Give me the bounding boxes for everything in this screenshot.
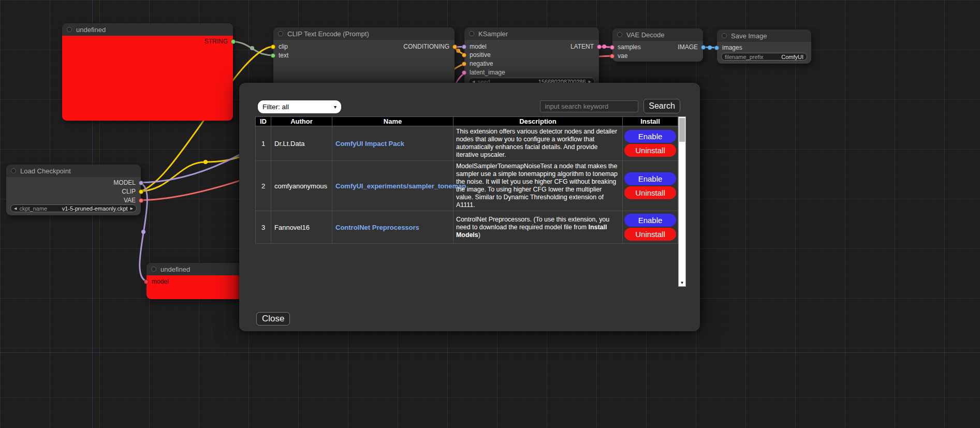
uninstall-button[interactable]: Uninstall — [624, 228, 676, 241]
input-port-text[interactable] — [271, 53, 275, 58]
extensions-table-wrap: ID Author Name Description Install 1Dr.L… — [255, 116, 686, 287]
filter-select[interactable]: Filter: all ▾ — [258, 100, 341, 113]
input-port-vae[interactable] — [610, 54, 615, 58]
input-port-positive[interactable] — [462, 53, 466, 57]
output-port-vae[interactable] — [139, 198, 143, 203]
scrollbar-down-arrow-icon[interactable]: ▼ — [679, 281, 685, 286]
enable-button[interactable]: Enable — [624, 214, 676, 227]
extension-row: 3Fannovel16ControlNet PreprocessorsContr… — [256, 211, 678, 244]
extension-author: comfyanonymous — [271, 161, 332, 211]
node-collapse-dot[interactable] — [617, 32, 622, 37]
extension-row: 1Dr.Lt.DataComfyUI Impact PackThis exten… — [256, 126, 678, 161]
node-save-image[interactable]: Save Image images filename_prefix ComfyU… — [717, 29, 811, 64]
extension-install-cell: EnableUninstall — [623, 161, 678, 211]
search-input[interactable] — [540, 100, 638, 112]
table-header-row: ID Author Name Description Install — [256, 117, 678, 126]
input-port-images[interactable] — [714, 46, 719, 50]
output-port-image[interactable] — [701, 45, 706, 50]
extension-description: ControlNet Preprocessors. (To use this e… — [454, 211, 623, 244]
increment-arrow-icon[interactable]: ▶ — [130, 206, 133, 210]
output-port-string[interactable] — [231, 39, 236, 44]
output-port-conditioning[interactable] — [452, 45, 457, 49]
extension-link[interactable]: ControlNet Preprocessors — [335, 224, 419, 231]
enable-button[interactable]: Enable — [624, 172, 676, 185]
wire-clip-to-hidden-node — [137, 154, 254, 191]
node-undefined-top[interactable]: undefined STRING — [62, 23, 233, 121]
ckpt-name-widget[interactable]: ◀ ckpt_name v1-5-pruned-emaonly.ckpt ▶ — [10, 204, 137, 212]
node-collapse-dot[interactable] — [278, 31, 283, 36]
output-port-latent[interactable] — [597, 45, 602, 49]
col-header-id: ID — [256, 117, 271, 126]
search-button[interactable]: Search — [643, 99, 680, 113]
extension-id: 1 — [256, 126, 271, 161]
output-port-clip[interactable] — [139, 189, 143, 194]
extension-link[interactable]: ComfyUI Impact Pack — [335, 140, 404, 147]
node-collapse-dot[interactable] — [469, 31, 474, 36]
extension-author: Dr.Lt.Data — [271, 126, 332, 161]
node-title: undefined — [76, 26, 106, 34]
extension-install-cell: EnableUninstall — [623, 211, 678, 244]
col-header-name: Name — [332, 117, 454, 126]
node-collapse-dot[interactable] — [11, 168, 16, 173]
wire-string-to-text — [230, 41, 273, 55]
node-title: CLIP Text Encode (Prompt) — [287, 30, 369, 38]
extension-link[interactable]: ComfyUI_experiments/sampler_tonemap — [335, 182, 466, 190]
wire-dot — [708, 46, 712, 50]
decrement-arrow-icon[interactable]: ◀ — [14, 206, 17, 210]
node-vae-decode[interactable]: VAE Decode samples vae IMAGE — [612, 28, 703, 62]
input-port-model[interactable] — [462, 45, 466, 49]
node-collapse-dot[interactable] — [67, 27, 72, 32]
input-port-negative[interactable] — [462, 62, 466, 66]
col-header-description: Description — [454, 117, 623, 126]
node-collapse-dot[interactable] — [722, 33, 727, 38]
uninstall-button[interactable]: Uninstall — [624, 144, 676, 157]
filter-selected-value: Filter: all — [262, 103, 289, 111]
extension-author: Fannovel16 — [271, 211, 332, 244]
extension-row: 2comfyanonymousComfyUI_experiments/sampl… — [256, 161, 678, 211]
extensions-table: ID Author Name Description Install 1Dr.L… — [255, 116, 678, 244]
input-port-samples[interactable] — [610, 45, 615, 50]
extension-id: 2 — [256, 161, 271, 211]
wire-dot — [141, 230, 145, 234]
node-title: undefined — [160, 265, 190, 273]
input-port-model[interactable] — [144, 279, 149, 284]
wire-dot — [602, 45, 606, 49]
enable-button[interactable]: Enable — [624, 130, 676, 143]
node-load-checkpoint[interactable]: Load Checkpoint MODEL CLIP VAE ◀ ckpt_na… — [6, 165, 141, 215]
extension-id: 3 — [256, 211, 271, 244]
uninstall-button[interactable]: Uninstall — [624, 186, 676, 199]
input-port-clip[interactable] — [271, 45, 275, 49]
extension-install-cell: EnableUninstall — [623, 126, 678, 161]
close-button[interactable]: Close — [256, 312, 290, 326]
node-title: VAE Decode — [626, 31, 664, 39]
search-group: Search — [540, 99, 680, 113]
node-title: KSampler — [478, 30, 508, 38]
node-collapse-dot[interactable] — [151, 267, 156, 272]
filename-prefix-widget[interactable]: filename_prefix ComfyUI — [721, 53, 807, 61]
extension-description: This extension offers various detector n… — [454, 126, 623, 161]
extension-description: ModelSamplerTonemapNoiseTest a node that… — [454, 161, 623, 211]
table-scrollbar[interactable]: ▼ — [678, 116, 686, 287]
input-port-latent-image[interactable] — [462, 70, 466, 75]
node-title: Save Image — [731, 32, 767, 40]
col-header-author: Author — [271, 117, 332, 126]
canvas-axis-horizontal — [0, 352, 980, 353]
custom-nodes-manager-dialog: Filter: all ▾ Search ID Author Name Desc… — [239, 83, 700, 331]
wire-dot — [203, 160, 208, 164]
scrollbar-thumb[interactable] — [679, 118, 685, 142]
output-port-model[interactable] — [139, 181, 143, 185]
wire-dot — [250, 46, 254, 50]
node-title: Load Checkpoint — [20, 167, 71, 175]
chevron-down-icon: ▾ — [334, 104, 337, 110]
col-header-install: Install — [623, 117, 678, 126]
